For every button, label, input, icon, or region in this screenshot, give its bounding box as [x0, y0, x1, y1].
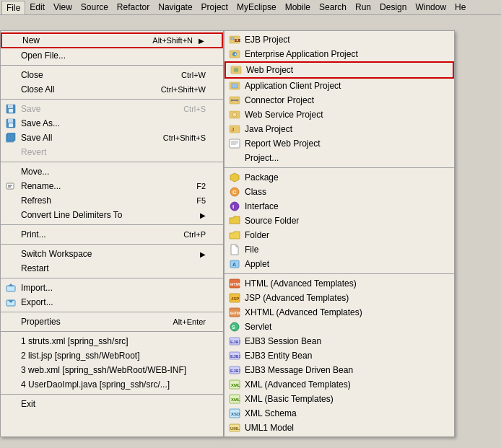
menu-item-recent-3[interactable]: 3 web.xml [spring_ssh/WebRoot/WEB-INF] [1, 363, 223, 377]
svg-rect-4 [8, 119, 13, 123]
ejb3-session-icon: EJB3 [227, 335, 242, 348]
menu-item-switch-workspace[interactable]: Switch Workspace ▶ [1, 247, 223, 261]
submenu-folder[interactable]: Folder [225, 228, 454, 242]
java-project-icon: J [227, 123, 242, 136]
ejb-project-icon: EJB [227, 33, 242, 46]
svg-text:UML: UML [230, 426, 240, 431]
separator-9 [1, 394, 223, 395]
menu-view[interactable]: View [49, 1, 77, 14]
menu-run[interactable]: Run [351, 1, 375, 14]
svg-point-28 [231, 100, 233, 102]
svg-text:XSD: XSD [231, 412, 240, 416]
menu-item-properties[interactable]: Properties Alt+Enter [1, 315, 223, 329]
menu-window[interactable]: Window [411, 1, 450, 14]
submenu-file[interactable]: File [225, 242, 454, 257]
html-adv-icon: HTML [227, 277, 242, 290]
source-folder-icon [227, 214, 242, 227]
svg-rect-11 [6, 286, 15, 291]
menu-refactor[interactable]: Refactor [113, 1, 154, 14]
submenu-web-service[interactable]: Web Service Project [225, 107, 454, 122]
menu-file[interactable]: File [1, 1, 25, 14]
app-client-icon [227, 79, 242, 92]
menu-bar: File Edit View Source Refactor Navigate … [0, 0, 501, 15]
submenu-xml-basic[interactable]: XML XML (Basic Templates) [225, 392, 454, 406]
svg-rect-1 [8, 105, 13, 108]
submenu-applet[interactable]: A Applet [225, 257, 454, 271]
save-all-icon [4, 131, 18, 144]
submenu-ejb3-session[interactable]: EJB3 EJB3 Session Bean [225, 334, 454, 348]
file-icon [227, 243, 242, 256]
new-submenu-separator-2 [225, 273, 454, 274]
menu-project[interactable]: Project [197, 1, 232, 14]
menu-item-import[interactable]: Import... [1, 281, 223, 295]
menu-item-open-file[interactable]: Open File... [1, 48, 223, 63]
separator-4 [1, 224, 223, 225]
submenu-ejb3-msg[interactable]: EJB3 EJB3 Message Driven Bean [225, 363, 454, 377]
menu-item-exit[interactable]: Exit [1, 397, 223, 411]
menu-item-export[interactable]: Export... [1, 295, 223, 309]
submenu-jsp-adv[interactable]: JSP JSP (Advanced Templates) [225, 291, 454, 305]
menu-myeclipse[interactable]: MyEclipse [232, 1, 281, 14]
submenu-source-folder[interactable]: Source Folder [225, 214, 454, 228]
menu-item-recent-2[interactable]: 2 list.jsp [spring_ssh/WebRoot] [1, 348, 223, 363]
menu-item-convert[interactable]: Convert Line Delimiters To ▶ [1, 208, 223, 222]
menu-mobile[interactable]: Mobile [281, 1, 315, 14]
submenu-ejb3-entity[interactable]: EJB3 EJB3 Entity Bean [225, 348, 454, 363]
menu-item-recent-4[interactable]: 4 UserDaoImpl.java [spring_ssh/src/...] [1, 377, 223, 392]
svg-rect-25 [232, 84, 238, 88]
menu-item-new[interactable]: New Alt+Shift+N ▶ [1, 32, 223, 48]
menu-item-save-as[interactable]: Save As... [1, 116, 223, 131]
submenu-connector[interactable]: Connector Project [225, 93, 454, 107]
xhtml-adv-icon: XHTML [227, 306, 242, 319]
submenu-class[interactable]: C Class [225, 185, 454, 199]
menu-item-save-all[interactable]: Save All Ctrl+Shift+S [1, 131, 223, 145]
menu-item-recent-1[interactable]: 1 struts.xml [spring_ssh/src] [1, 334, 223, 348]
submenu-report-web[interactable]: Report Web Project [225, 136, 454, 151]
web-project-icon: W [229, 63, 243, 76]
menu-item-save[interactable]: Save Ctrl+S [1, 102, 223, 116]
separator-5 [1, 244, 223, 245]
submenu-uml1[interactable]: UML UML1 Model [225, 421, 454, 435]
export-icon [4, 296, 18, 309]
submenu-ejb-project[interactable]: EJB EJB Project [225, 32, 454, 47]
svg-text:EJB: EJB [235, 38, 240, 43]
menu-item-refresh[interactable]: Refresh F5 [1, 193, 223, 208]
menu-design[interactable]: Design [375, 1, 411, 14]
svg-rect-2 [9, 109, 13, 113]
svg-text:A: A [232, 262, 236, 267]
submenu-html-adv[interactable]: HTML HTML (Advanced Templates) [225, 276, 454, 291]
menu-source[interactable]: Source [77, 1, 113, 14]
submenu-java-project[interactable]: J Java Project [225, 122, 454, 136]
submenu-interface[interactable]: I Interface [225, 199, 454, 214]
menu-item-move[interactable]: Move... [1, 164, 223, 179]
separator-6 [1, 278, 223, 278]
menu-item-revert[interactable]: Revert [1, 145, 223, 159]
xml-basic-icon: XML [227, 392, 242, 405]
submenu-servlet[interactable]: S Servlet [225, 320, 454, 334]
submenu-package[interactable]: Package [225, 170, 454, 185]
submenu-project[interactable]: Project... [225, 151, 454, 165]
folder-icon [227, 229, 242, 242]
menu-navigate[interactable]: Navigate [154, 1, 196, 14]
separator-3 [1, 162, 223, 162]
menu-help[interactable]: He [450, 1, 470, 14]
svg-text:JSP: JSP [231, 297, 239, 301]
menu-search[interactable]: Search [315, 1, 351, 14]
menu-item-close-all[interactable]: Close All Ctrl+Shift+W [1, 82, 223, 97]
menu-item-print[interactable]: Print... Ctrl+P [1, 227, 223, 242]
separator-1 [1, 65, 223, 66]
menu-item-close[interactable]: Close Ctrl+W [1, 68, 223, 82]
menu-item-restart[interactable]: Restart [1, 261, 223, 276]
menu-item-rename[interactable]: Rename... F2 [1, 179, 223, 193]
menu-edit[interactable]: Edit [25, 1, 49, 14]
submenu-xml-adv[interactable]: XML XML (Advanced Templates) [225, 377, 454, 392]
submenu-web-project[interactable]: W Web Project [225, 61, 454, 79]
submenu-ea-project[interactable]: ★ Enterprise Application Project [225, 47, 454, 61]
submenu-xml-schema[interactable]: XSD XML Schema [225, 406, 454, 421]
submenu-app-client[interactable]: Application Client Project [225, 79, 454, 93]
svg-point-29 [237, 100, 239, 102]
submenu-xhtml-adv[interactable]: XHTML XHTML (Advanced Templates) [225, 305, 454, 320]
svg-rect-7 [7, 133, 15, 141]
svg-text:I: I [232, 203, 234, 210]
new-submenu: EJB EJB Project ★ Enterprise Application… [224, 30, 455, 437]
